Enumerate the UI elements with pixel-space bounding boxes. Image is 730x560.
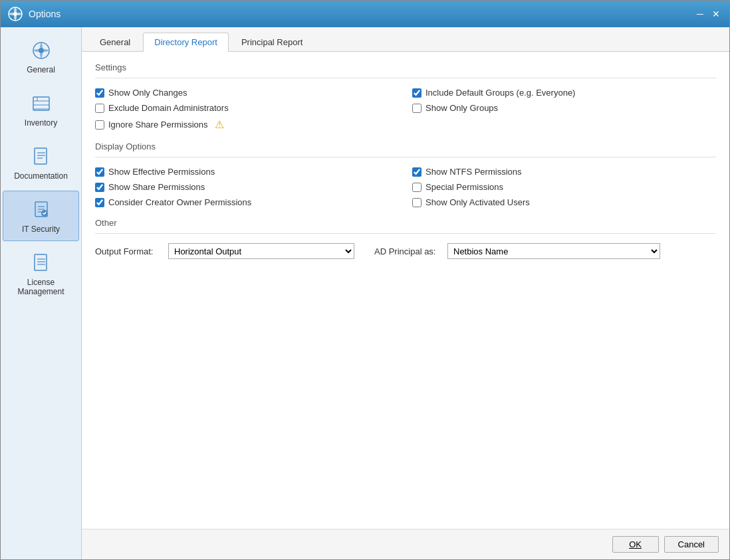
show-only-activated-users-input[interactable] [412,198,422,207]
sidebar-item-inventory[interactable]: Inventory [3,84,79,135]
tab-general[interactable]: General [88,33,142,51]
checkbox-consider-creator-owner: Consider Creator Owner Permissions [95,197,399,207]
show-effective-permissions-input[interactable] [95,167,104,177]
sidebar-item-documentation-label: Documentation [14,171,68,181]
settings-section: Settings Show Only Changes Include Defau… [95,62,716,131]
show-share-permissions-label[interactable]: Show Share Permissions [108,182,205,192]
other-section: Other Output Format: Horizontal Output V… [95,218,716,259]
ad-principal-select[interactable]: Netbios Name Distinguished Name UPN [447,243,660,259]
other-divider [95,233,716,234]
main-window: Options ─ ✕ Genera [0,0,730,560]
sidebar: General Inventory [1,27,82,559]
sidebar-item-documentation[interactable]: Documentation [3,138,79,188]
display-options-section: Display Options Show Effective Permissio… [95,141,716,207]
sidebar-item-general-label: General [27,65,55,74]
show-only-activated-users-label[interactable]: Show Only Activated Users [426,197,530,207]
window-controls: ─ ✕ [693,7,723,21]
footer: OK Cancel [82,529,729,559]
output-format-row: Output Format: Horizontal Output Vertica… [95,243,716,259]
sidebar-item-general[interactable]: General [3,31,79,82]
svg-rect-18 [35,254,47,270]
checkbox-show-effective-permissions: Show Effective Permissions [95,167,399,177]
show-ntfs-permissions-label[interactable]: Show NTFS Permissions [426,167,521,177]
ignore-share-permissions-input[interactable] [95,120,104,130]
it-security-icon [29,198,53,222]
consider-creator-owner-input[interactable] [95,198,104,207]
sidebar-item-it-security-label: IT Security [22,225,60,234]
cancel-button[interactable]: Cancel [664,536,719,553]
output-format-label: Output Format: [95,246,162,256]
sidebar-item-it-security[interactable]: IT Security [3,191,79,241]
consider-creator-owner-label[interactable]: Consider Creator Owner Permissions [108,197,251,207]
checkbox-show-only-changes: Show Only Changes [95,88,399,98]
svg-rect-9 [35,148,47,164]
close-button[interactable]: ✕ [709,7,723,21]
sidebar-item-license-management-label: License Management [7,278,75,296]
svg-rect-4 [33,97,49,110]
license-management-icon [29,251,53,275]
show-only-changes-input[interactable] [95,88,104,98]
inventory-icon [29,92,53,116]
checkbox-exclude-domain-admins: Exclude Domain Administrators [95,103,399,113]
tab-directory-report[interactable]: Directory Report [143,33,229,52]
show-effective-permissions-label[interactable]: Show Effective Permissions [108,167,215,177]
window-title: Options [29,9,693,19]
include-default-groups-input[interactable] [412,88,422,98]
sidebar-item-license-management[interactable]: License Management [3,244,79,304]
checkbox-show-share-permissions: Show Share Permissions [95,182,399,192]
settings-divider [95,78,716,78]
tab-principal-report[interactable]: Principal Report [230,33,314,51]
display-options-divider [95,157,716,157]
documentation-icon [29,145,53,169]
display-options-checkboxes: Show Effective Permissions Show NTFS Per… [95,167,716,207]
special-permissions-input[interactable] [412,183,422,192]
sidebar-item-inventory-label: Inventory [25,118,57,128]
show-only-changes-label[interactable]: Show Only Changes [108,88,187,98]
display-options-header: Display Options [95,141,716,151]
checkbox-ignore-share-permissions: Ignore Share Permissions ⚠ [95,118,399,131]
settings-header: Settings [95,62,716,72]
ignore-share-permissions-label[interactable]: Ignore Share Permissions [108,120,208,130]
tabs-bar: General Directory Report Principal Repor… [82,27,729,52]
minimize-button[interactable]: ─ [693,7,707,21]
tab-content-directory-report: Settings Show Only Changes Include Defau… [82,52,729,529]
main-panel: General Directory Report Principal Repor… [82,27,729,559]
include-default-groups-label[interactable]: Include Default Groups (e.g. Everyone) [426,88,575,98]
checkbox-show-only-groups: Show Only Groups [412,103,716,113]
show-share-permissions-input[interactable] [95,183,104,192]
warning-icon: ⚠ [215,118,224,131]
checkbox-show-ntfs-permissions: Show NTFS Permissions [412,167,716,177]
app-icon [7,6,23,22]
ad-principal-label: AD Principal as: [374,246,441,256]
show-ntfs-permissions-input[interactable] [412,167,422,177]
other-header: Other [95,218,716,228]
settings-checkboxes: Show Only Changes Include Default Groups… [95,88,716,131]
checkbox-include-default-groups: Include Default Groups (e.g. Everyone) [412,88,716,98]
checkbox-special-permissions: Special Permissions [412,182,716,192]
checkbox-show-only-activated-users: Show Only Activated Users [412,197,716,207]
general-icon [29,39,53,62]
exclude-domain-admins-input[interactable] [95,104,104,113]
content-area: General Inventory [1,27,729,559]
show-only-groups-input[interactable] [412,104,422,113]
title-bar: Options ─ ✕ [1,1,729,27]
special-permissions-label[interactable]: Special Permissions [426,182,503,192]
empty-cell [412,118,716,131]
ok-button[interactable]: OK [612,536,659,553]
output-format-select[interactable]: Horizontal Output Vertical Output [168,243,354,259]
exclude-domain-admins-label[interactable]: Exclude Domain Administrators [108,103,229,113]
show-only-groups-label[interactable]: Show Only Groups [426,103,498,113]
